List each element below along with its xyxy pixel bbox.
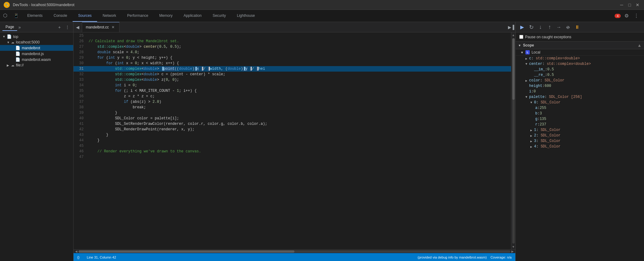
code-line-32: 32 std::complex<double> c = (point - cen… <box>74 72 511 77</box>
step-out-button[interactable]: ↑ <box>546 23 554 31</box>
scope-item-palette-1[interactable]: ▶ 1: SDL_Color <box>516 127 644 133</box>
deactivate-breakpoints-button[interactable]: ⊘ <box>564 23 572 31</box>
code-line-47: 47 <box>74 154 511 160</box>
pause-exceptions-row: Pause on caught exceptions <box>516 32 644 42</box>
color-expand-arrow: ▶ <box>525 79 527 83</box>
vscroll-thumb[interactable] <box>512 38 515 100</box>
scope-item-palette-2[interactable]: ▶ 2: SDL_Color <box>516 133 644 138</box>
code-view[interactable]: 25 26 // Calculate and draw the Mandelbr… <box>74 32 511 249</box>
file-tree: ▼ 📄 top ▼ ☁ localhost:5000 ▶ 📄 mandelbro… <box>0 32 73 261</box>
sidebar-tab-page[interactable]: Page <box>2 24 17 31</box>
code-horizontal-scrollbar[interactable]: ◀ ▶ <box>74 249 515 253</box>
tab-console[interactable]: Console <box>48 10 73 22</box>
tab-elements[interactable]: Elements <box>22 10 48 22</box>
code-vertical-scrollbar[interactable]: ▲ ▼ <box>511 32 515 249</box>
hscroll-left-button[interactable]: ◀ <box>74 250 78 253</box>
palette-expand-arrow: ▼ <box>525 95 527 99</box>
center-im-value: 0.5 <box>547 67 554 72</box>
app-icon: 🔧 <box>4 2 10 8</box>
error-badge: 4 <box>615 14 621 18</box>
palette-3-expand-arrow: ▶ <box>530 140 532 143</box>
palette-4-expand-arrow: ▶ <box>530 145 532 149</box>
tab-device-icon[interactable]: 📱 <box>10 10 22 22</box>
code-line-45: 45 <box>74 143 511 149</box>
code-line-33: 33 std::complex<double> z(0, 0); <box>74 77 511 83</box>
tab-inspector-icon[interactable]: ⬡ <box>0 10 10 22</box>
tree-item-file[interactable]: ▶ ☁ file:// <box>0 62 73 68</box>
center-im-name: __im_ <box>534 67 545 72</box>
tree-item-localhost[interactable]: ▼ ☁ localhost:5000 <box>0 39 73 45</box>
tree-label-mandelbrot-js: mandelbrot.js <box>22 52 44 56</box>
local-label: Local <box>532 50 540 54</box>
close-button[interactable]: ✕ <box>635 2 640 8</box>
code-line-31: 31 std::complex<double> ▐point((double)▐… <box>74 66 511 72</box>
sidebar-new-group[interactable]: + <box>56 24 63 31</box>
sidebar-more-icon[interactable]: » <box>17 25 22 30</box>
scope-item-palette-0[interactable]: ▼ 0: SDL_Color <box>516 100 644 105</box>
editor-nav-button[interactable]: ◀ <box>74 22 82 32</box>
scope-item-c[interactable]: ▶ c: std::complex<double> <box>516 56 644 61</box>
resume-button[interactable]: ▶ <box>518 23 526 31</box>
scope-collapse-icon[interactable]: ▲ <box>637 43 642 48</box>
code-line-39: 39 } <box>74 110 511 116</box>
hscroll-right-button[interactable]: ▶ <box>510 250 515 253</box>
code-content: 25 26 // Calculate and draw the Mandelbr… <box>74 32 511 160</box>
code-line-30: 30 for (int x = 0; x < width; x++) { <box>74 61 511 66</box>
scope-item-color[interactable]: ▶ color: SDL_Color <box>516 78 644 83</box>
scope-item-i: ▶ i : 0 <box>516 89 644 94</box>
step-over-button[interactable]: ↻ <box>527 23 535 31</box>
scope-section-header[interactable]: ▼ Scope ▲ <box>516 42 644 49</box>
scope-item-palette-3[interactable]: ▶ 3: SDL_Color <box>516 138 644 144</box>
local-arrow: ▼ <box>521 51 524 54</box>
pause-caught-checkbox[interactable] <box>519 35 523 39</box>
vscroll-down-button[interactable]: ▼ <box>512 244 515 249</box>
scope-item-palette-0-b: b : 3 <box>516 111 644 116</box>
editor-format-button[interactable]: ▶▐ <box>507 22 515 32</box>
tab-application[interactable]: Application <box>178 10 207 22</box>
hscroll-track[interactable] <box>78 250 510 253</box>
tree-label-top: top <box>13 35 18 39</box>
scope-item-palette-4[interactable]: ▶ 4: SDL_Color <box>516 144 644 149</box>
code-line-41: 41 SDL_SetRenderDrawColor(renderer, colo… <box>74 121 511 127</box>
tree-item-mandelbrot-wasm[interactable]: ▶ 📄 mandelbrot.wasm <box>0 57 73 62</box>
editor-tab-close[interactable]: ✕ <box>111 25 116 30</box>
tab-lighthouse[interactable]: Lighthouse <box>231 10 260 22</box>
sidebar-options-icon[interactable]: ⋮ <box>64 24 71 31</box>
format-button[interactable]: {} <box>77 255 79 259</box>
vscroll-up-button[interactable]: ▲ <box>512 32 515 38</box>
tab-memory[interactable]: Memory <box>154 10 178 22</box>
tree-item-mandelbrot[interactable]: ▶ 📄 mandelbrot <box>0 45 73 51</box>
vscroll-track[interactable] <box>512 38 515 244</box>
tab-sources[interactable]: Sources <box>73 10 97 22</box>
scope-local-header[interactable]: ▼ L Local <box>516 49 644 56</box>
maximize-button[interactable]: □ <box>627 2 632 8</box>
pause-button[interactable]: ⏸ <box>573 23 581 31</box>
scope-panel: ▼ Scope ▲ ▼ L Local ▶ c: std::complex<do… <box>516 42 644 261</box>
more-button[interactable]: ⋮ <box>632 12 640 20</box>
scope-item-center[interactable]: ▼ center: std::complex<double> <box>516 61 644 67</box>
hscroll-thumb[interactable] <box>78 250 294 253</box>
scope-item-palette-0-a: a : 255 <box>516 105 644 111</box>
scope-header-arrow: ▼ <box>518 44 521 47</box>
editor-with-scroll: 25 26 // Calculate and draw the Mandelbr… <box>74 32 515 249</box>
tree-label-localhost: localhost:5000 <box>16 40 40 44</box>
center-re-value: 0.5 <box>547 73 554 77</box>
tree-item-mandelbrot-js[interactable]: ▶ 📄 mandelbrot.js <box>0 51 73 57</box>
editor-tab-mandelbrot-cc[interactable]: mandelbrot.cc ✕ <box>82 22 119 32</box>
code-line-25: 25 <box>74 33 511 39</box>
minimize-button[interactable]: ─ <box>619 2 624 8</box>
tabbar-right-icons: 4 ⚙ ⋮ <box>615 10 644 22</box>
tab-performance[interactable]: Performance <box>122 10 154 22</box>
sidebar-header: Page » + ⋮ <box>0 22 73 32</box>
tree-label-mandelbrot-wasm: mandelbrot.wasm <box>22 58 51 62</box>
editor-area: ◀ mandelbrot.cc ✕ ▶▐ 25 26 // Ca <box>74 22 515 261</box>
tab-network[interactable]: Network <box>97 10 122 22</box>
tree-item-top[interactable]: ▼ 📄 top <box>0 34 73 39</box>
tree-label-file: file:// <box>16 63 24 67</box>
scope-item-palette[interactable]: ▼ palette: SDL_Color [256] <box>516 94 644 100</box>
settings-button[interactable]: ⚙ <box>623 12 631 20</box>
step-into-button[interactable]: ↓ <box>536 23 544 31</box>
tab-security[interactable]: Security <box>207 10 231 22</box>
devtools-tabbar: ⬡ 📱 Elements Console Sources Network Per… <box>0 10 644 22</box>
step-button[interactable]: → <box>555 23 563 31</box>
